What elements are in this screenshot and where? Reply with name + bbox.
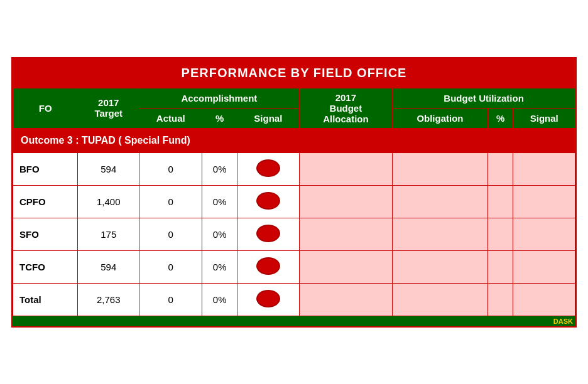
- actual-cell: 0: [139, 218, 202, 250]
- actual-cell: 0: [139, 185, 202, 218]
- target-cell: 2,763: [78, 283, 139, 316]
- budget-allocation-cell: [299, 218, 393, 250]
- signal-cell: [237, 185, 299, 218]
- percent-cell: 0%: [202, 152, 237, 185]
- table-row: CPFO1,40000%: [13, 185, 575, 218]
- budget-utilization-header: Budget Utilization: [393, 88, 575, 108]
- signal-header: Signal: [237, 108, 299, 128]
- outcome-row: Outcome 3 : TUPAD ( Special Fund): [13, 128, 575, 152]
- signal2-cell: [513, 283, 575, 316]
- red-signal-oval: [256, 290, 280, 307]
- fo-cell: CPFO: [13, 185, 78, 218]
- signal2-cell: [513, 185, 575, 218]
- target-cell: 594: [78, 152, 139, 185]
- target-cell: 594: [78, 250, 139, 283]
- percent-cell: 0%: [202, 185, 237, 218]
- budget-allocation-cell: [299, 283, 393, 316]
- target-header: 2017Target: [78, 88, 139, 128]
- signal-cell: [237, 250, 299, 283]
- obligation-cell: [393, 283, 488, 316]
- fo-header: FO: [13, 88, 78, 128]
- signal2-header: Signal: [513, 108, 575, 128]
- signal2-cell: [513, 152, 575, 185]
- red-signal-oval: [256, 257, 280, 275]
- budget-allocation-cell: [299, 250, 393, 283]
- table-row: Total2,76300%: [13, 283, 575, 316]
- actual-cell: 0: [139, 250, 202, 283]
- fo-cell: BFO: [13, 152, 78, 185]
- percent-header: %: [202, 108, 237, 128]
- obligation-cell: [393, 218, 488, 250]
- fo-cell: TCFO: [13, 250, 78, 283]
- fo-cell: Total: [13, 283, 78, 316]
- main-title: PERFORMANCE BY FIELD OFFICE: [13, 58, 575, 88]
- signal-cell: [237, 283, 299, 316]
- dask-text: DASK: [553, 317, 573, 325]
- actual-cell: 0: [139, 283, 202, 316]
- red-signal-oval: [256, 159, 280, 177]
- percent-cell: 0%: [202, 283, 237, 316]
- signal2-cell: [513, 250, 575, 283]
- percent2-cell: [487, 185, 513, 218]
- fo-cell: SFO: [13, 218, 78, 250]
- percent2-cell: [487, 250, 513, 283]
- signal-cell: [237, 218, 299, 250]
- red-signal-oval: [256, 192, 280, 210]
- percent-cell: 0%: [202, 218, 237, 250]
- target-cell: 1,400: [78, 185, 139, 218]
- budget-allocation-cell: [299, 152, 393, 185]
- percent2-cell: [487, 152, 513, 185]
- actual-cell: 0: [139, 152, 202, 185]
- percent-cell: 0%: [202, 250, 237, 283]
- accomplishment-header: Accomplishment: [139, 88, 299, 108]
- percent2-cell: [487, 283, 513, 316]
- footer-logo: DASK: [13, 316, 575, 326]
- signal-cell: [237, 152, 299, 185]
- percent2-header: %: [487, 108, 513, 128]
- obligation-header: Obligation: [393, 108, 488, 128]
- table-row: TCFO59400%: [13, 250, 575, 283]
- table-row: BFO59400%: [13, 152, 575, 185]
- outcome-label: Outcome 3 : TUPAD ( Special Fund): [13, 128, 575, 152]
- obligation-cell: [393, 152, 488, 185]
- red-signal-oval: [256, 225, 280, 242]
- budget-allocation-header: 2017BudgetAllocation: [299, 88, 393, 128]
- budget-allocation-cell: [299, 185, 393, 218]
- obligation-cell: [393, 250, 488, 283]
- actual-header: Actual: [139, 108, 202, 128]
- percent2-cell: [487, 218, 513, 250]
- table-row: SFO17500%: [13, 218, 575, 250]
- performance-table-wrapper: PERFORMANCE BY FIELD OFFICE FO 2017Targe…: [11, 57, 577, 328]
- signal2-cell: [513, 218, 575, 250]
- obligation-cell: [393, 185, 488, 218]
- target-cell: 175: [78, 218, 139, 250]
